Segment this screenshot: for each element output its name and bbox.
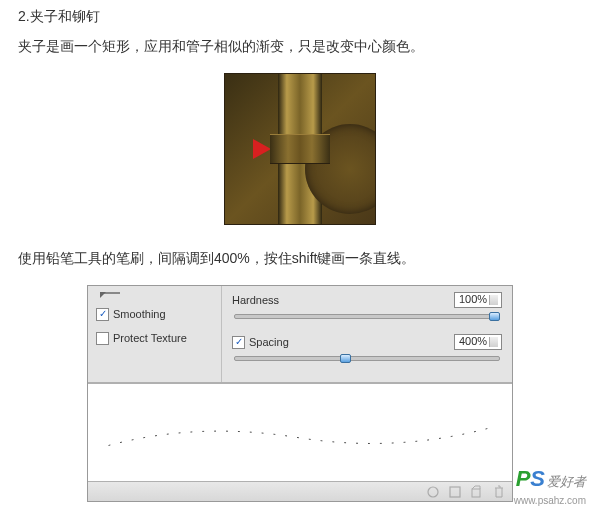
hardness-input[interactable]: 100% [454,292,502,308]
protect-texture-checkbox[interactable] [96,332,109,345]
panel-toolbar [88,481,512,501]
spacing-slider[interactable] [232,352,502,366]
protect-texture-row[interactable]: Protect Texture [96,330,213,346]
svg-point-0 [428,487,438,497]
hardness-label: Hardness [232,294,279,306]
hardness-row: Hardness 100% [232,292,502,308]
spacing-row: ✓ Spacing 400% [232,334,502,350]
smoothing-label: Smoothing [113,308,166,320]
hardness-thumb[interactable] [489,312,500,321]
svg-rect-1 [450,487,460,497]
watermark-cn: 爱好者 [547,474,586,491]
section-heading: 2.夹子和铆钉 [18,8,582,26]
smoothing-row[interactable]: ✓ Smoothing [96,306,213,322]
watermark-s: S [530,465,545,494]
watermark: PS 爱好者 www.psahz.com [514,465,586,507]
tutorial-image-1 [18,73,582,228]
watermark-url: www.psahz.com [514,494,586,507]
hardness-slider[interactable] [232,310,502,324]
brush-panel: ✓ Smoothing Protect Texture Hardness 100… [87,285,513,502]
smoothing-checkbox[interactable]: ✓ [96,308,109,321]
panel-menu-icon [100,292,120,306]
protect-texture-label: Protect Texture [113,332,187,344]
toolbar-icon-2[interactable] [448,485,462,499]
spacing-checkbox[interactable]: ✓ [232,336,245,349]
svg-rect-2 [472,489,480,497]
red-arrow-marker [253,139,271,159]
gear-graphic [305,124,376,214]
description-1: 夹子是画一个矩形，应用和管子相似的渐变，只是改变中心颜色。 [18,34,582,59]
trash-icon[interactable] [492,485,506,499]
watermark-p: P [516,465,531,494]
toolbar-icon-1[interactable] [426,485,440,499]
brush-panel-image: ✓ Smoothing Protect Texture Hardness 100… [18,285,582,502]
new-icon[interactable] [470,485,484,499]
brush-preview [88,383,512,481]
spacing-input[interactable]: 400% [454,334,502,350]
spacing-label: Spacing [249,336,289,348]
steampunk-image [224,73,376,225]
spacing-thumb[interactable] [340,354,351,363]
description-2: 使用铅笔工具的笔刷，间隔调到400%，按住shift键画一条直线。 [18,246,582,271]
